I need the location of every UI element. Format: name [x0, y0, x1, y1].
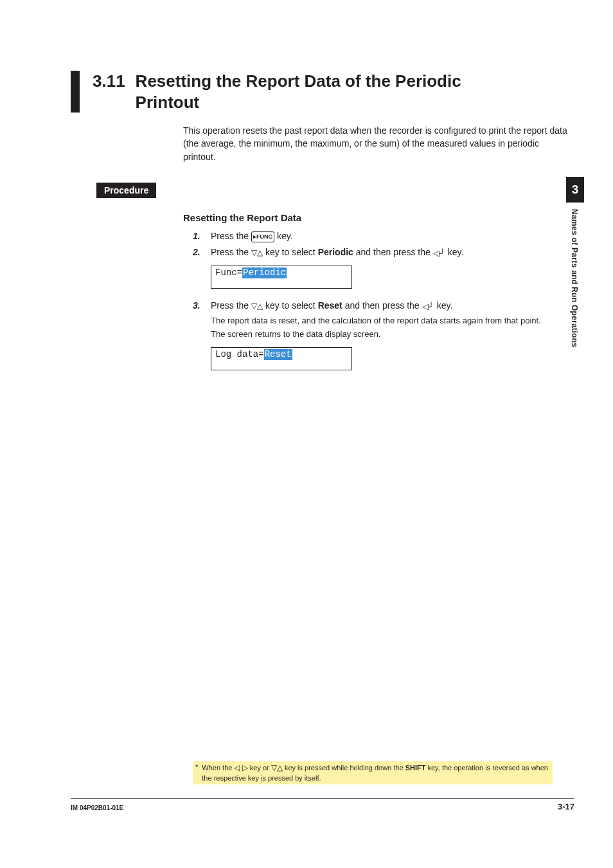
- footnote: * When the ◁ ▷ key or ▽△ key is pressed …: [193, 761, 553, 784]
- step-number: 2.: [193, 246, 211, 260]
- text: key or: [248, 764, 271, 772]
- step-number: 1.: [193, 230, 211, 243]
- step-text: Press the ▽△ key to select Periodic and …: [211, 246, 574, 260]
- text: Press the: [211, 300, 251, 311]
- down-up-key-icon: ▽△: [251, 248, 263, 257]
- section-heading: 3.11 Resetting the Report Data of the Pe…: [71, 71, 574, 113]
- step-2: 2. Press the ▽△ key to select Periodic a…: [193, 246, 574, 260]
- lcd-prefix: Func=: [215, 267, 242, 278]
- step-3: 3. Press the ▽△ key to select Reset and …: [193, 299, 574, 341]
- lcd-selection: Reset: [264, 349, 292, 360]
- lcd-selection: Periodic: [242, 267, 287, 278]
- bold-text: Reset: [318, 300, 342, 311]
- lcd-display-1: Func=Periodic: [211, 266, 352, 289]
- footnote-star-icon: *: [195, 763, 198, 783]
- text: key to select: [263, 300, 318, 311]
- text: key is pressed while holding down the: [283, 764, 405, 772]
- footnote-text: When the ◁ ▷ key or ▽△ key is pressed wh…: [202, 763, 550, 783]
- func-label: FUNC: [256, 233, 272, 240]
- enter-key-icon: ◁┘: [433, 248, 445, 258]
- side-tab: 3 Names of Parts and Run Operations: [566, 177, 584, 347]
- text: When the: [202, 764, 234, 772]
- chapter-name-vertical: Names of Parts and Run Operations: [570, 209, 579, 347]
- intro-paragraph: This operation resets the past report da…: [183, 124, 569, 163]
- down-up-key-icon: ▽△: [271, 763, 283, 772]
- text: key.: [434, 300, 453, 311]
- section-number: 3.11: [93, 71, 125, 92]
- text: and then press the: [342, 300, 422, 311]
- step-number: 3.: [193, 299, 211, 341]
- section-title: Resetting the Report Data of the Periodi…: [136, 71, 521, 113]
- bold-text: Periodic: [318, 247, 353, 257]
- text: Press the: [211, 231, 251, 241]
- text: key to select: [263, 247, 318, 257]
- procedure-subheading: Resetting the Report Data: [183, 212, 574, 223]
- step-1: 1. Press the ▸FUNC key.: [193, 230, 574, 243]
- text: Press the: [211, 247, 251, 257]
- left-right-key-icon: ◁ ▷: [234, 763, 247, 772]
- text: and then press the: [353, 247, 433, 257]
- bold-text: SHIFT: [405, 764, 426, 772]
- footer-page-number: 3-17: [558, 802, 574, 811]
- text: key.: [274, 231, 293, 241]
- text: key.: [445, 247, 464, 257]
- footer-doc-id: IM 04P02B01-01E: [71, 804, 123, 811]
- procedure-label: Procedure: [96, 183, 156, 198]
- step-text: Press the ▸FUNC key.: [211, 230, 574, 243]
- step-subtext: The report data is reset, and the calcul…: [211, 314, 574, 327]
- lcd-prefix: Log data=: [215, 349, 264, 360]
- down-up-key-icon: ▽△: [251, 302, 263, 311]
- chapter-number-tab: 3: [566, 177, 584, 203]
- step-subtext: The screen returns to the data display s…: [211, 328, 574, 341]
- enter-key-icon: ◁┘: [422, 302, 434, 311]
- lcd-display-2: Log data=Reset: [211, 347, 352, 370]
- heading-bar-icon: [71, 71, 80, 113]
- step-text: Press the ▽△ key to select Reset and the…: [211, 299, 574, 341]
- footer-rule: [71, 798, 574, 799]
- func-key-icon: ▸FUNC: [251, 231, 274, 243]
